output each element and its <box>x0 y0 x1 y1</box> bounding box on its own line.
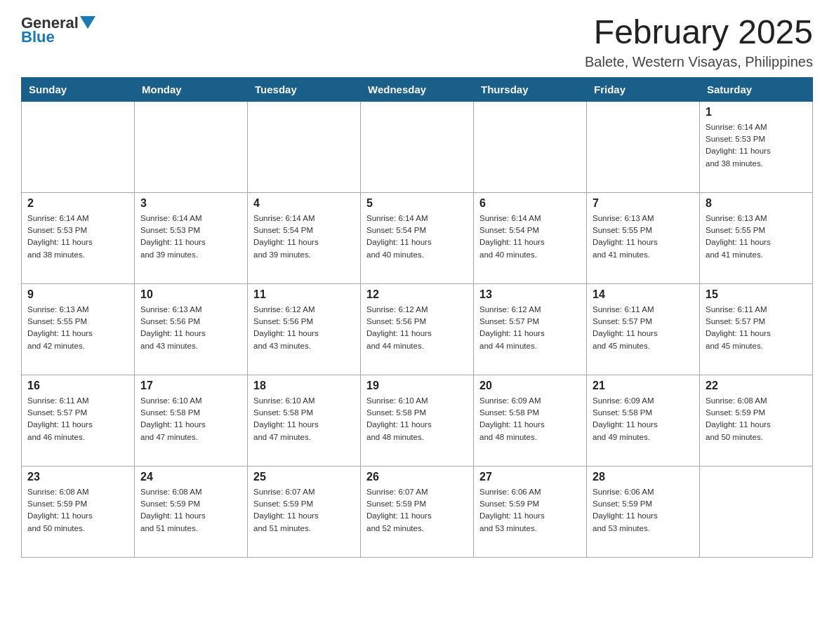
day-info: Sunrise: 6:06 AM Sunset: 5:59 PM Dayligh… <box>593 486 694 535</box>
logo: General Blue <box>21 14 95 46</box>
calendar-table: SundayMondayTuesdayWednesdayThursdayFrid… <box>21 77 813 558</box>
calendar-cell <box>361 101 474 192</box>
day-number: 23 <box>27 471 128 483</box>
day-info: Sunrise: 6:09 AM Sunset: 5:58 PM Dayligh… <box>479 395 581 443</box>
day-number: 14 <box>593 288 694 301</box>
day-number: 3 <box>140 197 241 210</box>
day-number: 20 <box>479 380 581 392</box>
calendar-cell: 23Sunrise: 6:08 AM Sunset: 5:59 PM Dayli… <box>22 466 135 557</box>
logo-blue: Blue <box>21 28 55 46</box>
day-info: Sunrise: 6:12 AM Sunset: 5:56 PM Dayligh… <box>366 304 468 352</box>
calendar-cell: 18Sunrise: 6:10 AM Sunset: 5:58 PM Dayli… <box>248 375 361 466</box>
day-info: Sunrise: 6:11 AM Sunset: 5:57 PM Dayligh… <box>593 304 694 352</box>
subtitle: Balete, Western Visayas, Philippines <box>585 54 813 70</box>
logo-arrow-icon <box>80 16 95 32</box>
calendar-header-row: SundayMondayTuesdayWednesdayThursdayFrid… <box>22 77 813 101</box>
calendar-cell: 17Sunrise: 6:10 AM Sunset: 5:58 PM Dayli… <box>135 375 248 466</box>
calendar-cell: 6Sunrise: 6:14 AM Sunset: 5:54 PM Daylig… <box>474 192 587 283</box>
day-info: Sunrise: 6:08 AM Sunset: 5:59 PM Dayligh… <box>140 486 241 535</box>
calendar-cell: 5Sunrise: 6:14 AM Sunset: 5:54 PM Daylig… <box>361 192 474 283</box>
calendar-week-row: 1Sunrise: 6:14 AM Sunset: 5:53 PM Daylig… <box>22 101 813 192</box>
calendar-cell: 8Sunrise: 6:13 AM Sunset: 5:55 PM Daylig… <box>700 192 813 283</box>
day-info: Sunrise: 6:09 AM Sunset: 5:58 PM Dayligh… <box>593 395 694 443</box>
day-number: 21 <box>593 380 694 392</box>
day-info: Sunrise: 6:12 AM Sunset: 5:56 PM Dayligh… <box>253 304 355 352</box>
title-area: February 2025 Balete, Western Visayas, P… <box>585 14 813 70</box>
day-info: Sunrise: 6:11 AM Sunset: 5:57 PM Dayligh… <box>27 395 128 443</box>
day-info: Sunrise: 6:14 AM Sunset: 5:53 PM Dayligh… <box>27 213 128 261</box>
day-number: 28 <box>593 471 694 483</box>
calendar-cell: 16Sunrise: 6:11 AM Sunset: 5:57 PM Dayli… <box>22 375 135 466</box>
day-number: 11 <box>253 288 355 301</box>
calendar-header-saturday: Saturday <box>700 77 813 101</box>
calendar-cell: 24Sunrise: 6:08 AM Sunset: 5:59 PM Dayli… <box>135 466 248 557</box>
main-title: February 2025 <box>585 14 813 51</box>
day-info: Sunrise: 6:10 AM Sunset: 5:58 PM Dayligh… <box>366 395 468 443</box>
calendar-week-row: 16Sunrise: 6:11 AM Sunset: 5:57 PM Dayli… <box>22 375 813 466</box>
day-number: 26 <box>366 471 468 483</box>
calendar-cell: 1Sunrise: 6:14 AM Sunset: 5:53 PM Daylig… <box>700 101 813 192</box>
day-number: 4 <box>253 197 355 210</box>
calendar-cell: 26Sunrise: 6:07 AM Sunset: 5:59 PM Dayli… <box>361 466 474 557</box>
calendar-cell: 20Sunrise: 6:09 AM Sunset: 5:58 PM Dayli… <box>474 375 587 466</box>
day-info: Sunrise: 6:14 AM Sunset: 5:54 PM Dayligh… <box>253 213 355 261</box>
calendar-week-row: 2Sunrise: 6:14 AM Sunset: 5:53 PM Daylig… <box>22 192 813 283</box>
calendar-cell <box>474 101 587 192</box>
day-info: Sunrise: 6:14 AM Sunset: 5:54 PM Dayligh… <box>479 213 581 261</box>
day-info: Sunrise: 6:14 AM Sunset: 5:54 PM Dayligh… <box>366 213 468 261</box>
day-number: 22 <box>706 380 807 392</box>
calendar-header-wednesday: Wednesday <box>361 77 474 101</box>
day-number: 24 <box>140 471 241 483</box>
day-number: 25 <box>253 471 355 483</box>
day-info: Sunrise: 6:10 AM Sunset: 5:58 PM Dayligh… <box>140 395 241 443</box>
calendar-cell: 11Sunrise: 6:12 AM Sunset: 5:56 PM Dayli… <box>248 283 361 375</box>
calendar-cell <box>22 101 135 192</box>
day-number: 2 <box>27 197 128 210</box>
calendar-cell: 25Sunrise: 6:07 AM Sunset: 5:59 PM Dayli… <box>248 466 361 557</box>
day-info: Sunrise: 6:07 AM Sunset: 5:59 PM Dayligh… <box>253 486 355 535</box>
day-number: 19 <box>366 380 468 392</box>
calendar-cell <box>248 101 361 192</box>
calendar-header-tuesday: Tuesday <box>248 77 361 101</box>
calendar-cell: 22Sunrise: 6:08 AM Sunset: 5:59 PM Dayli… <box>700 375 813 466</box>
day-info: Sunrise: 6:13 AM Sunset: 5:55 PM Dayligh… <box>593 213 694 261</box>
calendar-cell: 4Sunrise: 6:14 AM Sunset: 5:54 PM Daylig… <box>248 192 361 283</box>
calendar-cell <box>135 101 248 192</box>
calendar-cell: 27Sunrise: 6:06 AM Sunset: 5:59 PM Dayli… <box>474 466 587 557</box>
day-info: Sunrise: 6:12 AM Sunset: 5:57 PM Dayligh… <box>479 304 581 352</box>
day-number: 10 <box>140 288 241 301</box>
day-info: Sunrise: 6:13 AM Sunset: 5:56 PM Dayligh… <box>140 304 241 352</box>
day-info: Sunrise: 6:10 AM Sunset: 5:58 PM Dayligh… <box>253 395 355 443</box>
calendar-cell: 28Sunrise: 6:06 AM Sunset: 5:59 PM Dayli… <box>587 466 700 557</box>
calendar-cell: 19Sunrise: 6:10 AM Sunset: 5:58 PM Dayli… <box>361 375 474 466</box>
day-info: Sunrise: 6:06 AM Sunset: 5:59 PM Dayligh… <box>479 486 581 535</box>
day-number: 9 <box>27 288 128 301</box>
calendar-header-monday: Monday <box>135 77 248 101</box>
calendar-cell: 10Sunrise: 6:13 AM Sunset: 5:56 PM Dayli… <box>135 283 248 375</box>
calendar-cell: 13Sunrise: 6:12 AM Sunset: 5:57 PM Dayli… <box>474 283 587 375</box>
day-number: 1 <box>706 106 807 119</box>
calendar-cell <box>700 466 813 557</box>
day-number: 6 <box>479 197 581 210</box>
calendar-cell: 15Sunrise: 6:11 AM Sunset: 5:57 PM Dayli… <box>700 283 813 375</box>
day-info: Sunrise: 6:13 AM Sunset: 5:55 PM Dayligh… <box>706 213 807 261</box>
calendar-cell: 3Sunrise: 6:14 AM Sunset: 5:53 PM Daylig… <box>135 192 248 283</box>
calendar-header-sunday: Sunday <box>22 77 135 101</box>
calendar-header-friday: Friday <box>587 77 700 101</box>
day-info: Sunrise: 6:13 AM Sunset: 5:55 PM Dayligh… <box>27 304 128 352</box>
day-number: 5 <box>366 197 468 210</box>
svg-marker-0 <box>80 16 95 29</box>
day-info: Sunrise: 6:08 AM Sunset: 5:59 PM Dayligh… <box>27 486 128 535</box>
calendar-cell: 7Sunrise: 6:13 AM Sunset: 5:55 PM Daylig… <box>587 192 700 283</box>
day-number: 17 <box>140 380 241 392</box>
day-number: 12 <box>366 288 468 301</box>
day-number: 16 <box>27 380 128 392</box>
calendar-cell: 21Sunrise: 6:09 AM Sunset: 5:58 PM Dayli… <box>587 375 700 466</box>
page-header: General Blue February 2025 Balete, Weste… <box>21 14 813 70</box>
day-number: 27 <box>479 471 581 483</box>
day-info: Sunrise: 6:11 AM Sunset: 5:57 PM Dayligh… <box>706 304 807 352</box>
day-info: Sunrise: 6:08 AM Sunset: 5:59 PM Dayligh… <box>706 395 807 443</box>
day-info: Sunrise: 6:14 AM Sunset: 5:53 PM Dayligh… <box>706 121 807 170</box>
calendar-header-thursday: Thursday <box>474 77 587 101</box>
day-info: Sunrise: 6:14 AM Sunset: 5:53 PM Dayligh… <box>140 213 241 261</box>
